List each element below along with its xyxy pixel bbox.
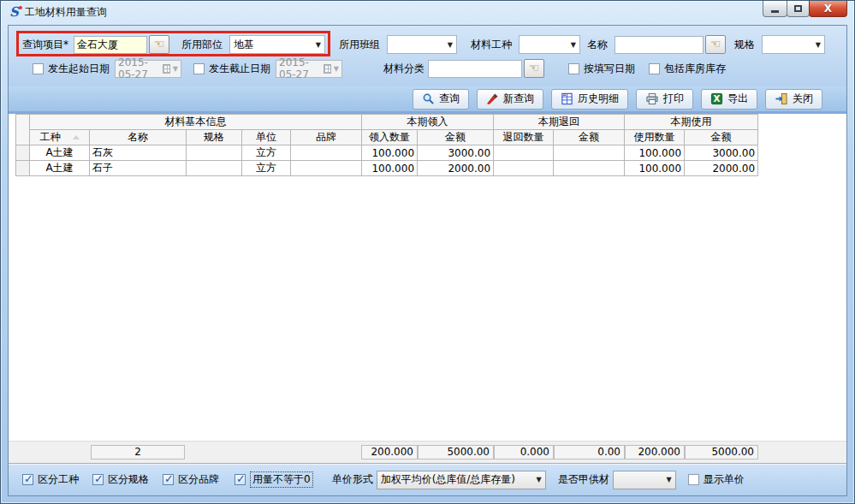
print-button-label: 打印 [663, 92, 684, 106]
chevron-down-icon: ▼ [448, 41, 453, 49]
cell-used-qty: 100.000 [625, 145, 685, 161]
distinguish-brand-label: 区分品牌 [178, 472, 219, 487]
hand-pointer-icon: ☜ [154, 37, 165, 50]
part-label: 所用部位 [181, 38, 226, 52]
app-logo-icon: S [9, 6, 19, 19]
table-row[interactable]: A土建 石灰 立方 100.000 3000.00 100.000 3000.0… [16, 145, 758, 161]
chevron-down-icon: ▼ [334, 65, 339, 73]
trade-label: 材料工种 [471, 38, 515, 52]
summary-returned-amount: 0.00 [554, 445, 625, 460]
end-date-value: 2015-05-27 [279, 56, 321, 80]
history-grid-icon [561, 92, 573, 105]
col-header-returned-amount[interactable]: 金额 [554, 130, 625, 145]
cell-returned-qty [494, 161, 554, 176]
start-date-checkbox[interactable] [33, 63, 44, 74]
cell-returned-qty [494, 145, 554, 161]
maximize-button[interactable] [787, 1, 810, 17]
usage-nonzero-checkbox[interactable] [235, 474, 246, 485]
history-detail-button-label: 历史明细 [578, 92, 619, 106]
distinguish-brand-checkbox[interactable] [163, 474, 174, 485]
minimize-button[interactable] [763, 1, 787, 17]
start-date-field[interactable]: 2015-05-27 ▼ [115, 60, 181, 78]
col-header-unit[interactable]: 单位 [242, 130, 291, 145]
end-date-label: 发生截止日期 [209, 62, 272, 76]
new-query-button[interactable]: 新查询 [477, 89, 543, 110]
hand-pointer-icon: ☜ [529, 61, 540, 74]
team-combobox[interactable]: ▼ [387, 35, 457, 54]
material-name-input[interactable] [615, 36, 704, 54]
end-date-checkbox[interactable] [193, 63, 205, 74]
summary-used-qty: 200.000 [625, 445, 685, 460]
category-picker-button[interactable]: ☜ [524, 59, 544, 78]
chevron-down-icon: ▼ [316, 41, 321, 49]
party-a-supplied-label: 是否甲供材 [558, 472, 609, 487]
show-unit-price-checkbox[interactable] [688, 474, 699, 485]
project-picker-button[interactable]: ☜ [149, 35, 169, 54]
close-form-button-label: 关闭 [793, 92, 813, 106]
svg-text:X: X [714, 93, 721, 104]
chevron-down-icon: ▼ [816, 41, 821, 49]
col-header-used-amount[interactable]: 金额 [685, 130, 758, 145]
team-label: 所用班组 [339, 38, 383, 52]
cell-trade: A土建 [30, 145, 90, 161]
print-button[interactable]: 打印 [636, 89, 693, 110]
end-date-field[interactable]: 2015-05-27 ▼ [276, 60, 342, 78]
toolbar: 查询 新查询 历史明细 [9, 86, 846, 114]
cell-spec [187, 145, 242, 161]
close-button[interactable]: X [809, 1, 847, 17]
by-fill-date-checkbox[interactable] [568, 63, 579, 74]
query-button-label: 查询 [439, 92, 460, 106]
cell-spec [187, 161, 242, 176]
cell-trade: A土建 [30, 161, 90, 176]
window-controls: X [763, 1, 847, 17]
by-fill-date-label: 按填写日期 [584, 62, 635, 76]
distinguish-spec-checkbox[interactable] [92, 474, 104, 485]
chevron-down-icon: ▼ [173, 65, 178, 73]
include-stock-checkbox[interactable] [649, 63, 660, 74]
start-date-label: 发生起始日期 [48, 62, 111, 76]
col-header-received-amount[interactable]: 金额 [418, 130, 494, 145]
spec-combobox[interactable]: ▼ [762, 35, 825, 54]
export-button-label: 导出 [727, 92, 748, 106]
group-basic-info: 材料基本信息 [30, 115, 362, 130]
show-unit-price-label: 显示单价 [704, 472, 745, 487]
cell-received-qty: 100.000 [362, 145, 418, 161]
col-header-received-qty[interactable]: 领入数量 [362, 130, 418, 145]
cell-returned-amount [554, 161, 625, 176]
chevron-down-icon: ▼ [666, 476, 671, 483]
part-combobox[interactable]: 地基 ▼ [229, 35, 325, 54]
cell-returned-amount [554, 145, 625, 161]
party-a-supplied-combobox[interactable]: ▼ [613, 471, 676, 489]
search-icon [422, 92, 435, 105]
col-header-name[interactable]: 名称 [90, 130, 187, 145]
close-form-button[interactable]: 关闭 [765, 89, 822, 110]
project-input[interactable] [74, 36, 147, 54]
new-query-brush-icon [486, 92, 499, 105]
col-header-spec[interactable]: 规格 [187, 130, 242, 145]
material-name-picker-button[interactable]: ☜ [705, 35, 726, 54]
row-indicator [16, 145, 30, 161]
data-grid-area: 材料基本信息 本期领入 本期退回 本期使用 工种 名称 规格 单位 品牌 领入数… [9, 114, 846, 441]
history-detail-button[interactable]: 历史明细 [551, 89, 628, 110]
col-header-returned-qty[interactable]: 退回数量 [494, 130, 554, 145]
col-header-trade[interactable]: 工种 [30, 130, 90, 145]
usage-nonzero-label: 用量不等于0 [250, 471, 313, 488]
cell-used-amount: 2000.00 [685, 161, 758, 176]
group-used: 本期使用 [625, 115, 758, 130]
category-input[interactable] [428, 60, 522, 78]
export-button[interactable]: X 导出 [701, 89, 757, 110]
trade-combobox[interactable]: ▼ [519, 35, 580, 54]
summary-strip: 2 200.000 5000.00 0.000 0.00 200.000 500… [9, 441, 846, 463]
col-header-brand[interactable]: 品牌 [291, 130, 362, 145]
cell-name: 石灰 [90, 145, 187, 161]
group-received: 本期领入 [362, 115, 494, 130]
distinguish-trade-checkbox[interactable] [22, 474, 33, 485]
hand-pointer-icon: ☜ [710, 37, 721, 50]
price-mode-combobox[interactable]: 加权平均价(总库值/总库存量) ▼ [377, 471, 546, 489]
column-header-row: 工种 名称 规格 单位 品牌 领入数量 金额 退回数量 金额 使用数量 金额 [16, 130, 758, 145]
part-value: 地基 [234, 38, 254, 52]
table-row[interactable]: A土建 石子 立方 100.000 2000.00 100.000 2000.0… [16, 161, 758, 176]
query-button[interactable]: 查询 [413, 89, 469, 110]
project-label: 查询项目* [22, 38, 74, 52]
col-header-used-qty[interactable]: 使用数量 [625, 130, 685, 145]
